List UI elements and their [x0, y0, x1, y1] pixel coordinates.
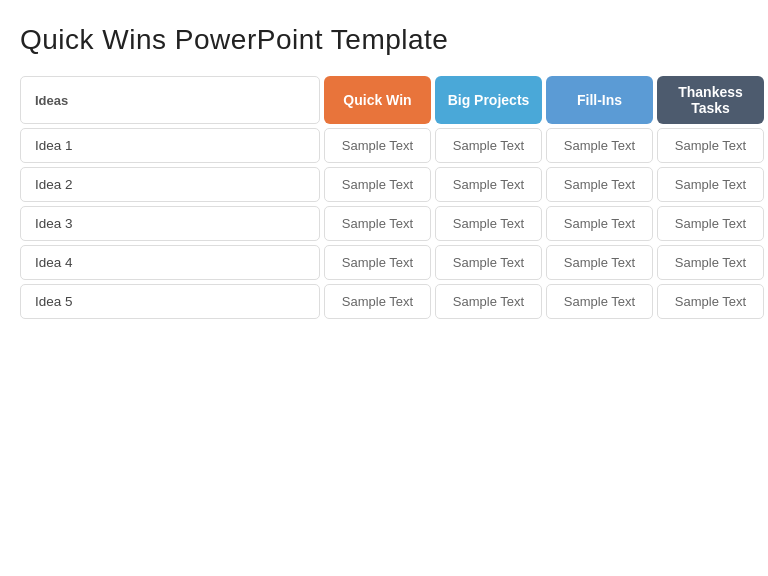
cell-idea-2: Idea 2 [20, 167, 320, 202]
cell-thankless-1: Sample Text [657, 128, 764, 163]
table-row: Idea 3 Sample Text Sample Text Sample Te… [20, 206, 748, 241]
header-quickwin: Quick Win [324, 76, 431, 124]
cell-fillins-2: Sample Text [546, 167, 653, 202]
table-row: Idea 2 Sample Text Sample Text Sample Te… [20, 167, 748, 202]
cell-bigprojects-4: Sample Text [435, 245, 542, 280]
table-row: Idea 1 Sample Text Sample Text Sample Te… [20, 128, 748, 163]
cell-bigprojects-1: Sample Text [435, 128, 542, 163]
cell-quickwin-1: Sample Text [324, 128, 431, 163]
cell-thankless-4: Sample Text [657, 245, 764, 280]
cell-fillins-3: Sample Text [546, 206, 653, 241]
cell-idea-1: Idea 1 [20, 128, 320, 163]
cell-thankless-5: Sample Text [657, 284, 764, 319]
cell-quickwin-2: Sample Text [324, 167, 431, 202]
cell-idea-3: Idea 3 [20, 206, 320, 241]
cell-thankless-2: Sample Text [657, 167, 764, 202]
cell-fillins-1: Sample Text [546, 128, 653, 163]
page-title: Quick Wins PowerPoint Template [20, 24, 748, 56]
cell-fillins-4: Sample Text [546, 245, 653, 280]
cell-idea-5: Idea 5 [20, 284, 320, 319]
cell-idea-4: Idea 4 [20, 245, 320, 280]
header-bigprojects: Big Projects [435, 76, 542, 124]
table-row: Idea 5 Sample Text Sample Text Sample Te… [20, 284, 748, 319]
cell-bigprojects-3: Sample Text [435, 206, 542, 241]
cell-quickwin-5: Sample Text [324, 284, 431, 319]
table-row: Idea 4 Sample Text Sample Text Sample Te… [20, 245, 748, 280]
cell-bigprojects-2: Sample Text [435, 167, 542, 202]
cell-quickwin-4: Sample Text [324, 245, 431, 280]
table-header: Ideas Quick Win Big Projects Fill-Ins Th… [20, 76, 748, 124]
cell-thankless-3: Sample Text [657, 206, 764, 241]
cell-bigprojects-5: Sample Text [435, 284, 542, 319]
cell-quickwin-3: Sample Text [324, 206, 431, 241]
table-body: Idea 1 Sample Text Sample Text Sample Te… [20, 128, 748, 319]
cell-fillins-5: Sample Text [546, 284, 653, 319]
header-fillins: Fill-Ins [546, 76, 653, 124]
header-ideas: Ideas [20, 76, 320, 124]
header-thankless: Thankess Tasks [657, 76, 764, 124]
